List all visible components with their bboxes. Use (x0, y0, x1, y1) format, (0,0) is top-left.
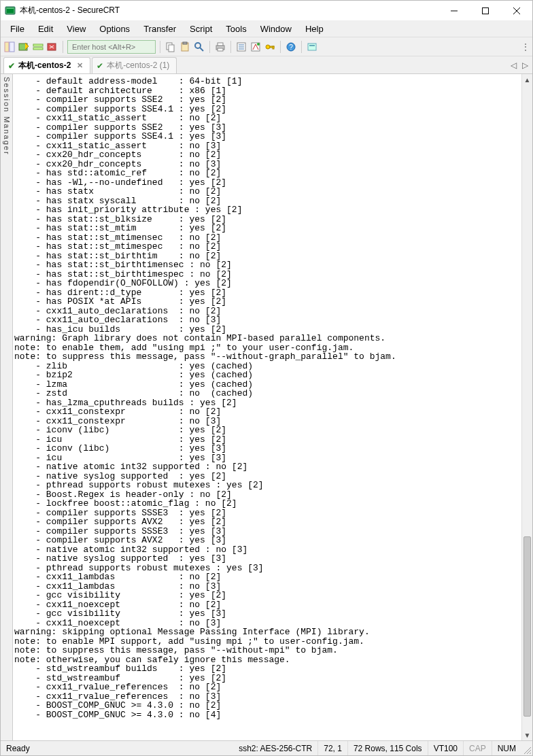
toolbar-separator (301, 41, 302, 53)
menu-file[interactable]: File (3, 22, 31, 36)
disconnect-icon[interactable] (46, 41, 58, 53)
menu-script[interactable]: Script (183, 22, 219, 36)
find-icon[interactable] (193, 41, 205, 53)
tab-next-icon[interactable]: ▷ (522, 61, 528, 70)
scroll-thumb[interactable] (523, 536, 531, 717)
svg-rect-16 (169, 45, 174, 52)
statusbar: Ready ssh2: AES-256-CTR 72, 1 72 Rows, 1… (1, 740, 532, 755)
svg-rect-23 (218, 48, 223, 51)
terminal[interactable]: - default address-model : 64-bit [1] - d… (13, 74, 532, 740)
properties-icon[interactable] (235, 41, 247, 53)
copy-icon[interactable] (165, 41, 177, 53)
tab-close-icon[interactable]: ✕ (77, 61, 83, 70)
minimize-button[interactable] (439, 1, 470, 21)
tab-session-1[interactable]: ✔ 本机-centos-2 ✕ (3, 57, 90, 73)
svg-rect-4 (483, 7, 489, 14)
toolbar-separator (280, 41, 281, 53)
scroll-up-icon[interactable]: ▲ (522, 74, 532, 85)
scroll-track[interactable] (522, 85, 532, 729)
menu-edit[interactable]: Edit (31, 22, 60, 36)
menu-options[interactable]: Options (92, 22, 137, 36)
tab-strip: ✔ 本机-centos-2 ✕ ✔ 本机-centos-2 (1) ◁ ▷ (1, 56, 532, 74)
help-icon[interactable]: ? (285, 41, 297, 53)
maximize-button[interactable] (470, 1, 501, 21)
svg-point-29 (257, 43, 260, 46)
check-icon: ✔ (97, 61, 103, 71)
tab-nav: ◁ ▷ (506, 57, 532, 73)
tab-session-2[interactable]: ✔ 本机-centos-2 (1) (92, 57, 177, 73)
terminal-wrap: - default address-model : 64-bit [1] - d… (13, 74, 532, 740)
svg-rect-7 (5, 42, 9, 52)
check-icon: ✔ (8, 61, 15, 71)
host-input[interactable]: Enter host <Alt+R> (67, 40, 156, 54)
svg-rect-2 (7, 8, 14, 9)
svg-line-20 (200, 48, 203, 51)
svg-rect-22 (218, 43, 223, 46)
settings-icon[interactable] (250, 41, 262, 53)
toolbar-separator (160, 41, 160, 53)
key-icon[interactable] (264, 41, 276, 53)
status-ready: Ready (1, 741, 35, 755)
host-placeholder: Enter host <Alt+R> (72, 43, 135, 51)
close-button[interactable] (501, 1, 532, 21)
menubar: File Edit View Options Transfer Script T… (1, 21, 532, 37)
resize-grip-icon[interactable] (521, 741, 532, 755)
svg-text:?: ? (289, 44, 293, 51)
svg-rect-10 (33, 44, 43, 46)
menu-tools[interactable]: Tools (219, 22, 253, 36)
tab-label: 本机-centos-2 (1) (107, 60, 169, 71)
svg-rect-36 (309, 45, 315, 46)
svg-line-39 (530, 753, 531, 754)
status-term: VT100 (428, 741, 464, 755)
svg-rect-1 (7, 8, 14, 13)
svg-point-19 (195, 43, 201, 48)
svg-rect-18 (183, 42, 187, 44)
titlebar: 本机-centos-2 - SecureCRT (1, 1, 532, 21)
session-manager-icon[interactable] (3, 41, 16, 53)
scrollbar-vertical[interactable]: ▲ ▼ (521, 74, 532, 740)
menu-help[interactable]: Help (298, 22, 330, 36)
activator-icon[interactable] (306, 41, 318, 53)
status-dims: 72 Rows, 115 Cols (348, 741, 428, 755)
toolbar: Enter host <Alt+R> ? ⋮ (1, 37, 532, 56)
svg-rect-11 (33, 48, 43, 50)
status-cap: CAP (464, 741, 492, 755)
status-protocol: ssh2: AES-256-CTR (233, 741, 318, 755)
scroll-down-icon[interactable]: ▼ (522, 729, 532, 740)
menu-window[interactable]: Window (254, 22, 298, 36)
svg-rect-35 (308, 44, 316, 50)
svg-rect-8 (10, 42, 14, 52)
session-manager-pane[interactable]: Session Manager (1, 74, 13, 740)
quick-connect-icon[interactable] (18, 41, 30, 53)
app-icon (5, 5, 16, 16)
svg-rect-32 (273, 46, 274, 49)
print-icon[interactable] (214, 41, 226, 53)
connect-bar-icon[interactable] (32, 41, 44, 53)
app-window: 本机-centos-2 - SecureCRT File Edit View O… (0, 0, 533, 756)
window-title: 本机-centos-2 - SecureCRT (20, 5, 439, 16)
toolbar-separator (63, 41, 63, 53)
tab-label: 本机-centos-2 (18, 60, 71, 71)
menu-transfer[interactable]: Transfer (137, 22, 183, 36)
toolbar-overflow-icon[interactable]: ⋮ (521, 41, 530, 53)
session-manager-label: Session Manager (3, 77, 11, 156)
toolbar-separator (230, 41, 231, 53)
body: Session Manager - default address-model … (1, 74, 532, 740)
menu-view[interactable]: View (60, 22, 92, 36)
svg-point-30 (266, 45, 270, 49)
status-num: NUM (492, 741, 521, 755)
status-cursor: 72, 1 (318, 741, 348, 755)
terminal-output: - default address-model : 64-bit [1] - d… (13, 74, 532, 722)
tab-prev-icon[interactable]: ◁ (511, 61, 517, 70)
toolbar-separator (209, 41, 210, 53)
paste-icon[interactable] (179, 41, 191, 53)
